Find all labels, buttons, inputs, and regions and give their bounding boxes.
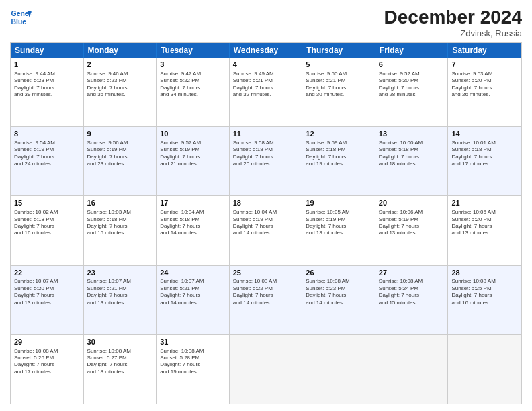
cell-info: Sunrise: 10:07 AM Sunset: 5:21 PM Daylig… <box>87 278 153 306</box>
day-number: 10 <box>160 129 226 139</box>
day-number: 1 <box>14 60 80 70</box>
day-number: 31 <box>160 337 226 347</box>
day-number: 22 <box>14 268 80 278</box>
calendar-cell-r1c0: 8Sunrise: 9:54 AM Sunset: 5:19 PM Daylig… <box>11 127 84 195</box>
cell-info: Sunrise: 9:56 AM Sunset: 5:19 PM Dayligh… <box>87 140 153 168</box>
day-number: 8 <box>14 129 80 139</box>
calendar-cell-r2c6: 21Sunrise: 10:06 AM Sunset: 5:20 PM Dayl… <box>448 196 521 265</box>
calendar-cell-r0c4: 5Sunrise: 9:50 AM Sunset: 5:21 PM Daylig… <box>302 58 375 126</box>
calendar-cell-r2c4: 19Sunrise: 10:05 AM Sunset: 5:19 PM Dayl… <box>302 196 375 265</box>
calendar-row-0: 1Sunrise: 9:44 AM Sunset: 5:23 PM Daylig… <box>11 58 521 126</box>
location: Zdvinsk, Russia <box>384 28 522 38</box>
day-number: 11 <box>233 129 299 139</box>
calendar-row-1: 8Sunrise: 9:54 AM Sunset: 5:19 PM Daylig… <box>11 126 521 195</box>
calendar-body: 1Sunrise: 9:44 AM Sunset: 5:23 PM Daylig… <box>11 58 521 404</box>
calendar-cell-r4c4 <box>302 335 375 404</box>
weekday-header-friday: Friday <box>375 43 449 58</box>
calendar-cell-r1c3: 11Sunrise: 9:58 AM Sunset: 5:18 PM Dayli… <box>230 127 303 195</box>
day-number: 13 <box>379 129 445 139</box>
weekday-header-tuesday: Tuesday <box>157 43 230 58</box>
logo-icon: General Blue <box>10 7 32 28</box>
weekday-header-monday: Monday <box>84 43 157 58</box>
cell-info: Sunrise: 10:08 AM Sunset: 5:26 PM Daylig… <box>14 348 80 376</box>
cell-info: Sunrise: 10:05 AM Sunset: 5:19 PM Daylig… <box>306 209 371 237</box>
calendar-header: SundayMondayTuesdayWednesdayThursdayFrid… <box>11 43 521 58</box>
cell-info: Sunrise: 10:01 AM Sunset: 5:18 PM Daylig… <box>451 140 518 168</box>
calendar-cell-r3c2: 24Sunrise: 10:07 AM Sunset: 5:21 PM Dayl… <box>157 266 230 334</box>
calendar-cell-r0c0: 1Sunrise: 9:44 AM Sunset: 5:23 PM Daylig… <box>11 58 84 126</box>
calendar-cell-r4c1: 30Sunrise: 10:08 AM Sunset: 5:27 PM Dayl… <box>84 335 157 404</box>
cell-info: Sunrise: 10:08 AM Sunset: 5:24 PM Daylig… <box>379 278 445 306</box>
cell-info: Sunrise: 10:04 AM Sunset: 5:19 PM Daylig… <box>233 209 299 237</box>
calendar-cell-r3c4: 26Sunrise: 10:08 AM Sunset: 5:23 PM Dayl… <box>302 266 375 334</box>
cell-info: Sunrise: 10:04 AM Sunset: 5:18 PM Daylig… <box>160 209 226 237</box>
day-number: 21 <box>451 198 518 208</box>
cell-info: Sunrise: 10:07 AM Sunset: 5:21 PM Daylig… <box>160 278 226 306</box>
calendar: SundayMondayTuesdayWednesdayThursdayFrid… <box>10 42 522 404</box>
day-number: 24 <box>160 268 226 278</box>
day-number: 4 <box>233 60 299 70</box>
month-title: December 2024 <box>384 7 522 28</box>
cell-info: Sunrise: 10:00 AM Sunset: 5:18 PM Daylig… <box>379 140 445 168</box>
calendar-cell-r3c3: 25Sunrise: 10:08 AM Sunset: 5:22 PM Dayl… <box>230 266 303 334</box>
calendar-cell-r0c5: 6Sunrise: 9:52 AM Sunset: 5:20 PM Daylig… <box>375 58 449 126</box>
calendar-cell-r1c1: 9Sunrise: 9:56 AM Sunset: 5:19 PM Daylig… <box>84 127 157 195</box>
day-number: 28 <box>451 268 518 278</box>
day-number: 26 <box>306 268 371 278</box>
cell-info: Sunrise: 10:08 AM Sunset: 5:25 PM Daylig… <box>451 278 518 306</box>
cell-info: Sunrise: 10:08 AM Sunset: 5:27 PM Daylig… <box>87 348 153 376</box>
cell-info: Sunrise: 9:54 AM Sunset: 5:19 PM Dayligh… <box>14 140 80 168</box>
cell-info: Sunrise: 10:07 AM Sunset: 5:20 PM Daylig… <box>14 278 80 306</box>
cell-info: Sunrise: 9:52 AM Sunset: 5:20 PM Dayligh… <box>379 71 445 99</box>
day-number: 9 <box>87 129 153 139</box>
cell-info: Sunrise: 10:08 AM Sunset: 5:23 PM Daylig… <box>306 278 371 306</box>
weekday-header-wednesday: Wednesday <box>230 43 303 58</box>
day-number: 27 <box>379 268 445 278</box>
calendar-cell-r3c0: 22Sunrise: 10:07 AM Sunset: 5:20 PM Dayl… <box>11 266 84 334</box>
day-number: 25 <box>233 268 299 278</box>
cell-info: Sunrise: 9:58 AM Sunset: 5:18 PM Dayligh… <box>233 140 299 168</box>
day-number: 18 <box>233 198 299 208</box>
calendar-cell-r3c6: 28Sunrise: 10:08 AM Sunset: 5:25 PM Dayl… <box>448 266 521 334</box>
calendar-cell-r2c0: 15Sunrise: 10:02 AM Sunset: 5:18 PM Dayl… <box>11 196 84 265</box>
calendar-row-4: 29Sunrise: 10:08 AM Sunset: 5:26 PM Dayl… <box>11 334 521 404</box>
weekday-header-saturday: Saturday <box>448 43 521 58</box>
day-number: 2 <box>87 60 153 70</box>
page: General Blue December 2024 Zdvinsk, Russ… <box>0 0 532 411</box>
cell-info: Sunrise: 9:46 AM Sunset: 5:23 PM Dayligh… <box>87 71 153 99</box>
day-number: 16 <box>87 198 153 208</box>
calendar-cell-r4c6 <box>448 335 521 404</box>
cell-info: Sunrise: 10:06 AM Sunset: 5:19 PM Daylig… <box>379 209 445 237</box>
day-number: 23 <box>87 268 153 278</box>
cell-info: Sunrise: 9:59 AM Sunset: 5:18 PM Dayligh… <box>306 140 371 168</box>
calendar-cell-r4c0: 29Sunrise: 10:08 AM Sunset: 5:26 PM Dayl… <box>11 335 84 404</box>
calendar-cell-r2c2: 17Sunrise: 10:04 AM Sunset: 5:18 PM Dayl… <box>157 196 230 265</box>
day-number: 7 <box>451 60 518 70</box>
cell-info: Sunrise: 9:57 AM Sunset: 5:19 PM Dayligh… <box>160 140 226 168</box>
day-number: 29 <box>14 337 80 347</box>
cell-info: Sunrise: 9:47 AM Sunset: 5:22 PM Dayligh… <box>160 71 226 99</box>
day-number: 19 <box>306 198 371 208</box>
day-number: 30 <box>87 337 153 347</box>
calendar-cell-r1c5: 13Sunrise: 10:00 AM Sunset: 5:18 PM Dayl… <box>375 127 449 195</box>
calendar-cell-r3c1: 23Sunrise: 10:07 AM Sunset: 5:21 PM Dayl… <box>84 266 157 334</box>
cell-info: Sunrise: 10:06 AM Sunset: 5:20 PM Daylig… <box>451 209 518 237</box>
calendar-row-3: 22Sunrise: 10:07 AM Sunset: 5:20 PM Dayl… <box>11 265 521 334</box>
header: General Blue December 2024 Zdvinsk, Russ… <box>10 7 522 38</box>
calendar-cell-r4c5 <box>375 335 449 404</box>
calendar-cell-r0c2: 3Sunrise: 9:47 AM Sunset: 5:22 PM Daylig… <box>157 58 230 126</box>
day-number: 12 <box>306 129 371 139</box>
day-number: 3 <box>160 60 226 70</box>
day-number: 15 <box>14 198 80 208</box>
day-number: 5 <box>306 60 371 70</box>
cell-info: Sunrise: 9:44 AM Sunset: 5:23 PM Dayligh… <box>14 71 80 99</box>
cell-info: Sunrise: 10:08 AM Sunset: 5:28 PM Daylig… <box>160 348 226 376</box>
cell-info: Sunrise: 9:53 AM Sunset: 5:20 PM Dayligh… <box>451 71 518 99</box>
day-number: 17 <box>160 198 226 208</box>
day-number: 14 <box>451 129 518 139</box>
calendar-cell-r2c1: 16Sunrise: 10:03 AM Sunset: 5:18 PM Dayl… <box>84 196 157 265</box>
day-number: 6 <box>379 60 445 70</box>
calendar-cell-r2c5: 20Sunrise: 10:06 AM Sunset: 5:19 PM Dayl… <box>375 196 449 265</box>
weekday-header-sunday: Sunday <box>11 43 84 58</box>
calendar-cell-r4c2: 31Sunrise: 10:08 AM Sunset: 5:28 PM Dayl… <box>157 335 230 404</box>
